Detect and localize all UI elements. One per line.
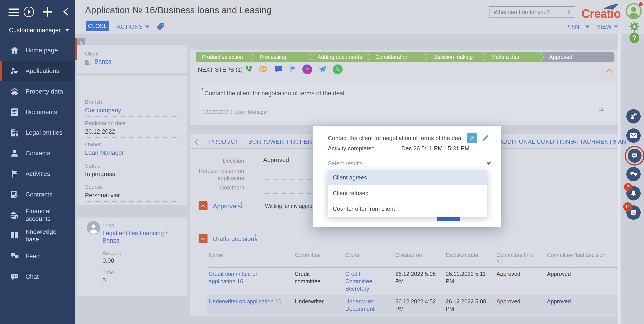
- search-submit-icon[interactable]: [566, 9, 572, 16]
- drafts-menu-icon[interactable]: [255, 234, 256, 236]
- sidebar-item-feed[interactable]: Feed: [0, 246, 75, 266]
- tab-product[interactable]: PRODUCT: [209, 138, 238, 145]
- add-new-icon[interactable]: [42, 7, 53, 18]
- sidebar-item-applications[interactable]: Applications: [0, 61, 75, 81]
- client-link[interactable]: Banza: [94, 58, 112, 67]
- draft-created-on: 26.12.2022 4:52 PM: [394, 295, 444, 315]
- column-header[interactable]: Committee final decision: [545, 250, 618, 267]
- view-menu-button[interactable]: VIEW: [596, 23, 618, 30]
- whatsapp-icon[interactable]: [333, 65, 342, 74]
- tab-borrower[interactable]: BORROWER: [248, 138, 284, 145]
- sidebar-item-legal-entities[interactable]: Legal entities: [0, 122, 75, 143]
- feed-panel-icon[interactable]: [626, 167, 641, 181]
- stage-decision-making[interactable]: Decision making: [425, 52, 486, 62]
- activities-icon: [10, 169, 20, 179]
- tab-attachments[interactable]: ATTACHMENTS AN: [572, 138, 626, 145]
- approvals-section-title[interactable]: Approvals: [213, 203, 241, 210]
- table-row[interactable]: Underwriter on application 16 Underwrite…: [207, 295, 618, 315]
- sidebar-item-label: Knowledge base: [26, 228, 71, 243]
- lead-avatar: [87, 221, 100, 235]
- client-card: Client Banza: [77, 45, 187, 73]
- tag-icon[interactable]: [156, 22, 165, 32]
- stage-make-a-deal[interactable]: Make a deal: [483, 52, 544, 62]
- draft-name-link[interactable]: Credit committee on application 16: [207, 268, 293, 295]
- call-icon[interactable]: [244, 65, 253, 74]
- sidebar-item-contacts[interactable]: Contacts: [0, 143, 75, 164]
- sidebar-item-knowledge-base[interactable]: Knowledge base: [0, 225, 75, 246]
- sidebar-item-activities[interactable]: Activities: [0, 164, 75, 184]
- column-header[interactable]: Committee: [293, 250, 344, 267]
- stage-adding-documents[interactable]: Adding documents: [309, 52, 370, 62]
- contacts-icon: [10, 148, 20, 158]
- logo-arrow-icon: [602, 4, 620, 10]
- sidebar-item-home-page[interactable]: Home page: [0, 40, 75, 61]
- draft-committee: Underwriter: [293, 295, 344, 315]
- current-task-card[interactable]: * Contact the client for negotiation of …: [198, 84, 616, 122]
- actions-menu-button[interactable]: ACTIONS: [117, 23, 149, 30]
- branch-value[interactable]: Our company: [85, 105, 180, 117]
- column-header[interactable]: Decision date: [444, 250, 495, 267]
- lead-link[interactable]: Legal entities financing / Banza: [102, 230, 172, 244]
- email-icon[interactable]: [258, 65, 268, 74]
- option-client-refused[interactable]: Client refused: [328, 185, 487, 201]
- stage-approved-selector[interactable]: Approved: [541, 52, 614, 62]
- drafts-section-title[interactable]: Drafts decisions: [213, 235, 258, 242]
- status-field: Status In progress: [85, 163, 180, 180]
- telegram-icon[interactable]: [318, 65, 327, 74]
- column-header[interactable]: Name: [207, 250, 293, 267]
- stage-product-selection[interactable]: Product selection: [196, 52, 254, 62]
- scrollbar-track[interactable]: [618, 34, 620, 324]
- sidebar-item-property-data[interactable]: Property data: [0, 81, 75, 102]
- applications-icon: [10, 66, 20, 76]
- flag-icon[interactable]: [598, 107, 605, 116]
- close-button[interactable]: CLOSE: [86, 21, 109, 31]
- tabs-scroll-right-icon[interactable]: [613, 139, 617, 145]
- flag-task-icon[interactable]: [288, 65, 297, 74]
- workplace-selector[interactable]: Customer manager: [9, 27, 69, 34]
- table-row[interactable]: Credit committee on application 16 Credi…: [207, 268, 618, 295]
- edit-pencil-icon[interactable]: [481, 133, 490, 143]
- drafts-table: Name Committee Owner Created on Decision…: [207, 250, 618, 315]
- column-header[interactable]: Created on: [394, 250, 444, 267]
- drafts-collapse-button[interactable]: [198, 234, 208, 243]
- stage-processing[interactable]: Processing: [251, 52, 312, 62]
- tabs-scroll-left-icon[interactable]: [194, 139, 198, 145]
- sidebar-item-documents[interactable]: Documents: [0, 102, 75, 122]
- email-panel-icon[interactable]: [626, 128, 641, 143]
- option-client-agrees[interactable]: Client agrees: [328, 170, 487, 185]
- column-header[interactable]: Owner: [344, 250, 394, 267]
- notifications-badge: 7: [624, 183, 632, 191]
- option-counter-offer[interactable]: Counter offer from client: [328, 201, 487, 217]
- collapse-sidebar-icon[interactable]: [62, 7, 70, 17]
- messenger-icon[interactable]: [302, 65, 312, 74]
- column-header[interactable]: Committee final d...: [495, 250, 545, 267]
- hamburger-menu-icon[interactable]: [8, 9, 19, 17]
- print-menu-button[interactable]: PRINT: [565, 23, 590, 30]
- result-select-field[interactable]: Select results: [328, 159, 493, 169]
- gear-icon[interactable]: [628, 21, 640, 34]
- draft-owner-link[interactable]: Underwriter Department: [344, 295, 394, 315]
- run-process-icon[interactable]: [23, 6, 34, 18]
- draft-final-decision: Approved: [545, 295, 618, 315]
- sidebar-item-chat[interactable]: Chat: [0, 266, 75, 287]
- draft-name-link[interactable]: Underwriter on application 16: [207, 295, 293, 315]
- owner-value[interactable]: Loan Manager: [85, 148, 180, 159]
- call-center-icon[interactable]: [626, 109, 641, 124]
- search-input[interactable]: [490, 9, 566, 16]
- stage-consideration[interactable]: Consideration: [367, 52, 428, 62]
- message-icon[interactable]: [274, 65, 283, 74]
- approvals-menu-icon[interactable]: [241, 202, 242, 203]
- branch-field: Branch Our company: [85, 99, 180, 117]
- draft-owner-link[interactable]: Credit Committee Secretary: [344, 268, 394, 295]
- time-value: 0: [102, 277, 106, 284]
- help-icon[interactable]: ?: [629, 32, 640, 44]
- chat-panel-icon-active[interactable]: [625, 146, 644, 166]
- source-label: Source: [85, 184, 180, 190]
- tab-additional-conditions[interactable]: ADDITIONAL CONDITIONS: [499, 138, 574, 145]
- open-record-icon[interactable]: [467, 133, 477, 143]
- amount-value: 0.00: [102, 257, 114, 264]
- sidebar-item-contracts[interactable]: Contracts: [0, 184, 75, 205]
- collapse-panel-icon[interactable]: [605, 68, 614, 74]
- approvals-collapse-button[interactable]: [198, 201, 208, 210]
- sidebar-item-financial-accounts[interactable]: 1 Financial accounts: [0, 205, 75, 225]
